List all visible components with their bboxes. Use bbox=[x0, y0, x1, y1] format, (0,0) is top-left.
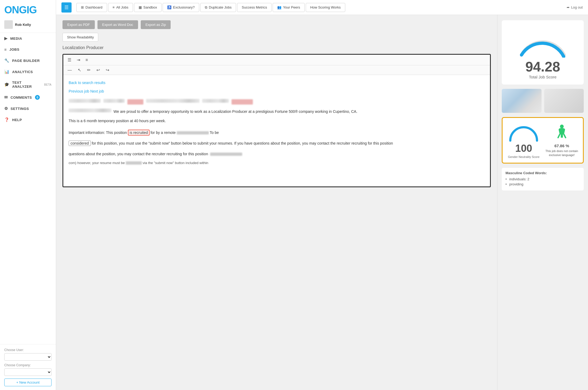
new-account-button[interactable]: + New Account bbox=[4, 379, 52, 386]
diversity-percent: 67.86 % bbox=[545, 144, 579, 148]
tab-all-jobs-label: All Jobs bbox=[116, 5, 128, 9]
logout-area[interactable]: ➦ Log out bbox=[567, 5, 583, 9]
sidebar-item-page-builder[interactable]: 🔧 PAGE BUILDER bbox=[0, 55, 56, 66]
diversity-icon bbox=[545, 124, 579, 142]
peer-thumb-2 bbox=[544, 89, 584, 113]
tab-how-scoring-works-label: How Scoring Works bbox=[310, 5, 341, 9]
sidebar-item-label-jobs: JOBS bbox=[9, 47, 19, 51]
blurred-block-3 bbox=[146, 99, 199, 103]
text-analyzer-icon: 🎓 bbox=[4, 82, 10, 87]
blurred-red-1 bbox=[127, 99, 143, 105]
para5-cont: com) however, your resume must be via th… bbox=[69, 160, 485, 166]
blurred-prefix bbox=[69, 109, 111, 112]
export-pdf-button[interactable]: Export as PDF bbox=[62, 20, 95, 29]
tab-success-metrics-label: Success Metrics bbox=[242, 5, 267, 9]
tab-your-peers[interactable]: 👥 Your Peers bbox=[273, 3, 305, 12]
logout-icon: ➦ bbox=[567, 5, 570, 9]
para3-pre: Important information: This position bbox=[69, 130, 127, 135]
toolbar-pencil-icon[interactable]: ✏ bbox=[86, 67, 92, 73]
sidebar-item-settings[interactable]: ⚙ SETTINGS bbox=[0, 103, 56, 114]
sidebar-bottom: Choose User: Choose Company: + New Accou… bbox=[0, 344, 56, 390]
editor-toolbar-row2: — ↖ ✏ ↩ ↪ bbox=[63, 65, 490, 75]
tab-sandbox-label: Sandbox bbox=[143, 5, 157, 9]
gender-score-card: 100 Gender Neutrality Score bbox=[502, 117, 584, 164]
editor-toolbar-row1: ☰ ⇥ ≡ bbox=[63, 55, 490, 65]
toolbar-undo-icon[interactable]: ↩ bbox=[95, 67, 101, 73]
page-builder-icon: 🔧 bbox=[4, 58, 10, 63]
gender-gauge-container: 100 Gender Neutrality Score bbox=[507, 123, 541, 158]
sidebar-item-jobs[interactable]: ≡ JOBS bbox=[0, 44, 56, 55]
comments-badge: 0 bbox=[35, 95, 40, 100]
total-score-card: 94.28 Total Job Score bbox=[502, 20, 584, 85]
sidebar: ONGIG Rob Kelly ▶ MEDIA ≡ JOBS 🔧 PAGE BU… bbox=[0, 0, 56, 390]
next-job-link[interactable]: Next job bbox=[90, 89, 104, 93]
nav-tabs: ⊞ Dashboard ≡ All Jobs ▦ Sandbox ♿ Exclu… bbox=[76, 3, 564, 12]
sidebar-item-media[interactable]: ▶ MEDIA bbox=[0, 33, 56, 44]
masculine-title: Masculine Coded Words: bbox=[505, 171, 580, 175]
gender-score-label: Gender Neutrality Score bbox=[507, 155, 541, 158]
sidebar-item-analytics[interactable]: 📊 ANALYTICS bbox=[0, 66, 56, 77]
tab-duplicate-jobs[interactable]: ⧉ Duplicate Jobs bbox=[200, 3, 236, 12]
gauge-svg bbox=[516, 26, 570, 58]
logo-area: ONGIG bbox=[0, 0, 56, 18]
your-peers-icon: 👥 bbox=[277, 5, 281, 9]
job-title: Localization Producer bbox=[62, 45, 491, 50]
choose-company-select[interactable] bbox=[4, 368, 52, 376]
exclusionary-icon: ♿ bbox=[167, 5, 171, 9]
toolbar-redo-icon[interactable]: ↪ bbox=[105, 67, 110, 73]
blurred-block-1 bbox=[69, 99, 101, 103]
tab-how-scoring-works[interactable]: How Scoring Works bbox=[306, 3, 345, 12]
sidebar-item-text-analyzer[interactable]: 🎓 TEXT ANALYZER beta bbox=[0, 77, 56, 92]
export-word-button[interactable]: Export as Word Doc bbox=[97, 20, 138, 29]
gender-score-number: 100 bbox=[507, 143, 541, 154]
para2: This is a 6 month temporary position at … bbox=[69, 118, 485, 124]
prev-job-link[interactable]: Previous job bbox=[69, 89, 89, 93]
content-area: Export as PDF Export as Word Doc Export … bbox=[56, 15, 588, 390]
tab-sandbox[interactable]: ▦ Sandbox bbox=[134, 3, 162, 12]
show-readability-button[interactable]: Show Readability bbox=[62, 33, 98, 42]
blurred-red-2 bbox=[232, 99, 253, 105]
settings-icon: ⚙ bbox=[4, 106, 8, 111]
toolbar-list-icon[interactable]: ☰ bbox=[66, 57, 72, 63]
analytics-icon: 📊 bbox=[4, 69, 10, 74]
para3-mid: for by a remote bbox=[151, 130, 177, 135]
choose-user-label: Choose User: bbox=[4, 348, 52, 352]
total-score-number: 94.28 bbox=[507, 60, 578, 74]
comments-icon: ✉ bbox=[4, 95, 8, 100]
toolbar-minus-icon[interactable]: — bbox=[66, 67, 73, 73]
toolbar-cursor-icon[interactable]: ↖ bbox=[77, 67, 82, 73]
toolbar-justify-icon[interactable]: ≡ bbox=[84, 57, 89, 63]
tab-all-jobs[interactable]: ≡ All Jobs bbox=[108, 3, 133, 12]
main-area: ☰ ⊞ Dashboard ≡ All Jobs ▦ Sandbox ♿ Exc… bbox=[56, 0, 588, 390]
hamburger-button[interactable]: ☰ bbox=[61, 2, 72, 13]
score-panel: 94.28 Total Job Score bbox=[497, 15, 588, 390]
help-icon: ❓ bbox=[4, 117, 10, 122]
tab-your-peers-label: Your Peers bbox=[283, 5, 300, 9]
choose-user-select[interactable] bbox=[4, 353, 52, 361]
blurred-header-row bbox=[69, 99, 485, 105]
export-zip-button[interactable]: Export as Zip bbox=[141, 20, 171, 29]
all-jobs-icon: ≡ bbox=[113, 5, 115, 9]
tab-success-metrics[interactable]: Success Metrics bbox=[237, 3, 272, 12]
blurred-inline-2 bbox=[210, 153, 242, 156]
duplicate-jobs-icon: ⧉ bbox=[205, 5, 207, 10]
media-icon: ▶ bbox=[4, 36, 8, 41]
sidebar-item-comments[interactable]: ✉ COMMENTS 0 bbox=[0, 92, 56, 103]
tab-dashboard[interactable]: ⊞ Dashboard bbox=[76, 3, 107, 12]
toolbar-indent-icon[interactable]: ⇥ bbox=[76, 57, 81, 63]
sidebar-item-help[interactable]: ❓ HELP bbox=[0, 114, 56, 125]
gender-gauge-svg bbox=[508, 123, 540, 142]
avatar bbox=[4, 20, 13, 29]
dashboard-icon: ⊞ bbox=[81, 5, 84, 9]
para4: considered for this position, you must u… bbox=[69, 140, 485, 147]
back-to-search-link[interactable]: Back to search results bbox=[69, 80, 485, 86]
blurred-intro-row: We are proud to offer a temporary opport… bbox=[69, 109, 485, 115]
blurred-inline-3 bbox=[126, 161, 142, 165]
tab-duplicate-jobs-label: Duplicate Jobs bbox=[209, 5, 232, 9]
tab-exclusionary[interactable]: ♿ Exclusionary? bbox=[163, 3, 199, 12]
score-card-inner: 100 Gender Neutrality Score bbox=[507, 123, 579, 158]
sandbox-icon: ▦ bbox=[139, 5, 142, 9]
peer-thumb-1 bbox=[502, 89, 542, 113]
sidebar-item-label-settings: SETTINGS bbox=[11, 107, 29, 111]
masculine-item-1-label: individuals: 2 bbox=[509, 177, 529, 181]
